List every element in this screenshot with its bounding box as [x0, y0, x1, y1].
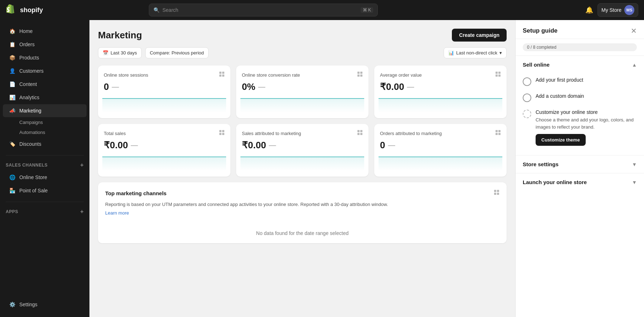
svg-rect-5: [360, 72, 362, 74]
metric-title: Online store conversion rate: [242, 72, 300, 78]
metric-export-icon[interactable]: [495, 71, 501, 78]
main-content: Marketing Create campaign 📅 Last 30 days…: [89, 20, 515, 317]
store-settings-section-header[interactable]: Store settings ▼: [516, 155, 644, 173]
setup-item-custom-domain[interactable]: Add a custom domain: [523, 90, 637, 106]
sidebar-item-home[interactable]: 🏠 Home: [3, 25, 87, 38]
notification-bell-icon[interactable]: 🔔: [585, 6, 593, 14]
metric-dash: —: [269, 141, 276, 149]
sidebar-bottom: ⚙️ Settings: [0, 295, 89, 314]
progress-badge: 0 / 8 completed: [523, 43, 637, 51]
metric-card-header: Online store sessions: [104, 71, 225, 78]
customize-theme-button[interactable]: Customize theme: [536, 134, 586, 146]
sidebar-sales-channels-label[interactable]: Sales channels +: [0, 160, 89, 170]
svg-rect-20: [496, 130, 498, 132]
metric-export-icon[interactable]: [495, 130, 501, 137]
settings-icon: ⚙️: [9, 301, 16, 308]
metric-card-total-sales: Total sales ₹0.00 —: [98, 124, 230, 177]
orders-icon: 📋: [9, 41, 16, 48]
sidebar-item-campaigns[interactable]: Campaigns: [3, 117, 87, 127]
store-switcher-button[interactable]: My Store MS: [597, 3, 638, 17]
logo-text: shopify: [20, 6, 43, 14]
metric-card-conversion-rate: Online store conversion rate 0% —: [236, 66, 369, 118]
sidebar-item-point-of-sale[interactable]: 🏪 Point of Sale: [3, 184, 87, 197]
setup-item-add-product[interactable]: Add your first product: [523, 73, 637, 90]
sidebar-sales-channels: Sales channels + 🌐 Online Store 🏪 Point …: [0, 158, 89, 199]
svg-rect-6: [357, 75, 360, 77]
setup-guide-panel: Setup guide ✕ 0 / 8 completed Sell onlin…: [515, 20, 644, 317]
setup-panel-close-button[interactable]: ✕: [631, 27, 637, 34]
metric-export-icon[interactable]: [219, 71, 225, 78]
metric-title: Orders attributed to marketing: [380, 131, 442, 136]
sidebar: 🏠 Home 📋 Orders 📦 Products 👤 Customers 📄…: [0, 20, 89, 317]
learn-more-link[interactable]: Learn more: [105, 210, 129, 216]
metric-sparkline: [102, 98, 226, 112]
search-bar[interactable]: 🔍 Search ⌘ K: [149, 4, 378, 16]
metrics-grid-row2: Total sales ₹0.00 — Sales attributed to …: [98, 124, 507, 177]
filters-row: 📅 Last 30 days Compare: Previous period …: [98, 47, 507, 58]
add-app-icon[interactable]: +: [80, 208, 84, 215]
metrics-grid-row1: Online store sessions 0 — Online store c…: [98, 66, 507, 118]
metric-card-header: Orders attributed to marketing: [380, 130, 501, 137]
sidebar-main-section: 🏠 Home 📋 Orders 📦 Products 👤 Customers 📄…: [0, 23, 89, 152]
compare-filter[interactable]: Compare: Previous period: [145, 47, 209, 58]
chevron-up-icon: ▲: [632, 62, 637, 68]
calendar-icon: 📅: [103, 50, 108, 56]
sidebar-item-products[interactable]: 📦 Products: [3, 51, 87, 64]
section-card-header: Top marketing channels: [105, 189, 499, 197]
metric-card-header: Total sales: [104, 130, 225, 137]
top-channels-card: Top marketing channels Reporting is base…: [98, 182, 507, 243]
metric-export-icon[interactable]: [357, 71, 363, 78]
metric-title: Online store sessions: [104, 72, 148, 78]
sidebar-item-customers[interactable]: 👤 Customers: [3, 64, 87, 77]
add-sales-channel-icon[interactable]: +: [80, 162, 84, 168]
sidebar-item-marketing[interactable]: 📣 Marketing: [3, 104, 87, 117]
metric-value-row: ₹0.00 —: [242, 140, 363, 151]
channels-export-icon[interactable]: [494, 189, 499, 197]
svg-rect-10: [496, 75, 498, 77]
metric-value: ₹0.00: [104, 140, 128, 151]
svg-rect-15: [222, 133, 224, 135]
svg-rect-26: [494, 193, 496, 195]
svg-rect-1: [222, 72, 224, 74]
setup-item-content: Add a custom domain: [536, 93, 584, 99]
sidebar-item-automations[interactable]: Automations: [3, 128, 87, 137]
sidebar-item-online-store[interactable]: 🌐 Online Store: [3, 171, 87, 184]
metric-export-icon[interactable]: [357, 130, 363, 137]
logo[interactable]: shopify: [6, 4, 43, 16]
home-icon: 🏠: [9, 28, 16, 35]
setup-item-customize-store[interactable]: Customize your online store Choose a the…: [523, 106, 637, 149]
date-range-filter[interactable]: 📅 Last 30 days: [98, 47, 142, 58]
create-campaign-button[interactable]: Create campaign: [452, 29, 507, 42]
sell-online-section-header[interactable]: Sell online ▲: [516, 56, 644, 73]
setup-item-label: Customize your online store: [536, 109, 637, 115]
top-channels-description: Reporting is based on your UTM parameter…: [105, 201, 499, 208]
launch-store-section-header[interactable]: Launch your online store ▼: [516, 173, 644, 191]
metric-export-icon[interactable]: [219, 130, 225, 137]
page-title: Marketing: [98, 30, 142, 41]
metric-dash: —: [112, 83, 119, 91]
automations-label: Automations: [19, 130, 45, 135]
sidebar-apps-label[interactable]: Apps +: [0, 206, 89, 217]
content-icon: 📄: [9, 81, 16, 88]
svg-rect-13: [222, 130, 224, 132]
bar-chart-icon: 📊: [448, 50, 454, 56]
metric-card-sales-attributed: Sales attributed to marketing ₹0.00 —: [236, 124, 369, 177]
metric-value-row: ₹0.00 —: [104, 140, 225, 151]
svg-rect-25: [497, 190, 499, 192]
sidebar-item-analytics[interactable]: 📊 Analytics: [3, 91, 87, 104]
sidebar-item-content[interactable]: 📄 Content: [3, 78, 87, 91]
sidebar-item-settings[interactable]: ⚙️ Settings: [3, 298, 87, 311]
metric-value: 0: [104, 81, 109, 92]
sidebar-item-online-store-label: Online Store: [19, 174, 47, 180]
svg-rect-17: [360, 130, 362, 132]
metric-value: ₹0.00: [242, 140, 266, 151]
svg-rect-21: [498, 130, 501, 132]
sell-online-items: Add your first product Add a custom doma…: [516, 73, 644, 155]
sidebar-item-orders[interactable]: 📋 Orders: [3, 38, 87, 51]
search-icon: 🔍: [153, 7, 160, 13]
attribution-filter[interactable]: 📊 Last non-direct click ▾: [444, 47, 507, 58]
sidebar-item-discounts[interactable]: 🏷️ Discounts: [3, 138, 87, 150]
metric-value-row: 0 —: [104, 81, 225, 92]
svg-rect-23: [498, 133, 501, 135]
metric-card-header: Online store conversion rate: [242, 71, 363, 78]
